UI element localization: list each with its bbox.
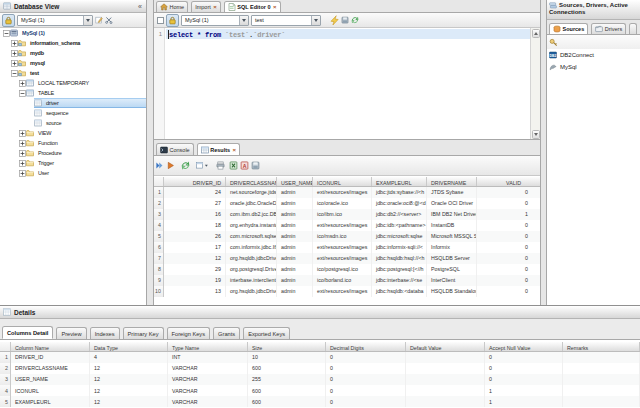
tree-item-driver[interactable]: driver	[0, 98, 146, 108]
tree-item-trigger[interactable]: Trigger	[0, 158, 146, 168]
tab-console[interactable]: Console	[156, 143, 194, 155]
column-header-user-name[interactable]: USER_NAME	[277, 177, 313, 186]
expand-icon[interactable]	[19, 140, 26, 147]
column-header-exampleurl[interactable]: EXAMPLEURL	[372, 177, 427, 186]
connection-select[interactable]: MySql (1)	[17, 15, 93, 26]
column-header-drivername[interactable]: DRIVERNAME	[427, 177, 477, 186]
tree-item-table[interactable]: TABLE	[0, 88, 146, 98]
print-icon[interactable]	[216, 161, 225, 170]
prev-page-icon[interactable]	[155, 161, 164, 170]
expand-icon[interactable]	[11, 60, 18, 67]
scroll-up-button[interactable]	[532, 29, 540, 38]
column-header-remarks[interactable]: Remarks	[563, 342, 640, 351]
table-row[interactable]: 526com.microsoft.sqlservadminico/msdn.ic…	[154, 231, 540, 242]
table-row[interactable]: 2DRIVERCLASSNAME12VARCHAR60000	[0, 363, 640, 374]
results-grid[interactable]: DRIVER_IDDRIVERCLASSNAMEUSER_NAMEICONURL…	[154, 177, 540, 306]
editor-scrollbar[interactable]	[530, 28, 540, 139]
run-icon[interactable]	[166, 161, 175, 170]
collapse-icon[interactable]	[19, 90, 26, 97]
column-header-type-name[interactable]: Type Name	[168, 342, 248, 351]
tab-drivers[interactable]: Drivers	[591, 23, 626, 34]
connection-select-arrow[interactable]	[83, 16, 92, 25]
export-menu-icon[interactable]	[196, 161, 208, 170]
column-header-accept-null-value[interactable]: Accept Null Value	[485, 342, 563, 351]
column-header-column-name[interactable]: Column Name	[11, 342, 90, 351]
schema-select-arrow[interactable]	[311, 16, 320, 25]
column-header-iconurl[interactable]: ICONURL	[313, 177, 372, 186]
scroll-down-button[interactable]	[532, 130, 540, 139]
table-row[interactable]: 227oracle.jdbc.OracleDriveradminico/orac…	[154, 198, 540, 209]
close-tab-icon[interactable]: ×	[213, 5, 217, 9]
tree-item-function[interactable]: Function	[0, 138, 146, 148]
save-icon[interactable]	[251, 161, 260, 170]
tab-preview[interactable]: Preview	[56, 327, 86, 339]
expand-icon[interactable]	[11, 40, 18, 47]
pdf-icon[interactable]: A	[240, 161, 249, 170]
tab-exported-keys[interactable]: Exported Keys	[243, 327, 290, 339]
tab-indexes[interactable]: Indexes	[90, 327, 120, 339]
expand-icon[interactable]	[11, 50, 18, 57]
expand-icon[interactable]	[19, 160, 26, 167]
column-header-data-type[interactable]: Data Type	[90, 342, 168, 351]
table-row[interactable]: 316com.ibm.db2.jcc.DB2Dradminico/ibm.ico…	[154, 209, 540, 220]
table-row[interactable]: 418org.enhydra.instantdbadminext/resourc…	[154, 220, 540, 231]
table-row[interactable]: 712org.hsqldb.jdbcDriveradminext/resourc…	[154, 253, 540, 264]
column-header-valid[interactable]: VALID	[477, 177, 540, 186]
connect-lock-button[interactable]	[2, 14, 15, 27]
tab-results[interactable]: Results×	[197, 143, 240, 156]
table-row[interactable]: 919interbase.interclientadminico/borland…	[154, 275, 540, 286]
schema-select[interactable]: test	[251, 15, 321, 26]
table-row[interactable]: 5EXAMPLEURL12VARCHAR60001	[0, 396, 640, 407]
tree-item-information-schema[interactable]: information_schema	[0, 38, 146, 48]
tab-home[interactable]: Home	[156, 1, 188, 12]
column-header-driverclassname[interactable]: DRIVERCLASSNAME	[226, 177, 277, 186]
tab-primary-key[interactable]: Primary Key	[123, 327, 164, 339]
expand-icon[interactable]	[19, 170, 26, 177]
collapse-icon[interactable]	[3, 30, 10, 37]
editor-lock-button[interactable]	[166, 14, 179, 27]
tree-item-mysql-1-[interactable]: MySql (1)	[0, 28, 146, 38]
collapse-icon[interactable]	[11, 70, 18, 77]
table-row[interactable]: 617com.informix.jdbc.IfxDadminext/resour…	[154, 242, 540, 253]
table-row[interactable]: 1013org.hsqldb.jdbcDriveradminext/resour…	[154, 286, 540, 297]
execute-lightning-button[interactable]	[329, 15, 339, 25]
tab-grants[interactable]: Grants	[213, 327, 240, 339]
table-row[interactable]: 3USER_NAME12VARCHAR25500	[0, 374, 640, 385]
key-icon[interactable]	[549, 38, 558, 47]
table-row[interactable]: 4ICONURL12VARCHAR60001	[0, 385, 640, 396]
tab-[interactable]	[629, 23, 637, 34]
tree-item-user[interactable]: User	[0, 168, 146, 178]
limit-checkbox[interactable]	[157, 17, 164, 24]
refresh-button[interactable]	[351, 16, 359, 24]
tree-item-test[interactable]: test	[0, 68, 146, 78]
editor-connection-select[interactable]: MySql (1)	[181, 15, 249, 26]
expand-icon[interactable]	[19, 80, 26, 87]
column-header-driver-id[interactable]: DRIVER_ID	[164, 177, 226, 186]
expand-icon[interactable]	[19, 150, 26, 157]
table-row[interactable]: 829org.postgresql.Driveradminico/postgre…	[154, 264, 540, 275]
excel-icon[interactable]	[229, 161, 238, 170]
close-tab-icon[interactable]: ×	[233, 148, 237, 152]
details-grid[interactable]: Column NameData TypeType NameSizeDecimal…	[0, 342, 640, 408]
tree-item-sequence[interactable]: sequence	[0, 108, 146, 118]
tree-item-local-temporary[interactable]: LOCAL TEMPORARY	[0, 78, 146, 88]
column-header-default-value[interactable]: Default Value	[406, 342, 485, 351]
close-tab-icon[interactable]: ×	[273, 5, 277, 9]
column-header-decimal-digits[interactable]: Decimal Digits	[326, 342, 406, 351]
table-row[interactable]: 124net.sourceforge.jtds.jdbcadminext/res…	[154, 187, 540, 198]
refresh-icon[interactable]	[181, 161, 190, 170]
source-item-db2connect[interactable]: DB2DB2Connect	[547, 49, 640, 61]
tab-import[interactable]: Import×	[191, 1, 221, 12]
sql-code-editor[interactable]: 1 select * from `test`.`driver`	[154, 28, 540, 139]
edit-connection-button[interactable]	[95, 16, 103, 24]
save-script-button[interactable]	[341, 16, 349, 24]
column-header-size[interactable]: Size	[248, 342, 326, 351]
tab-columns-detail[interactable]: Columns Detail	[2, 326, 53, 339]
source-item-mysql[interactable]: MySql	[547, 61, 640, 73]
tree-item-mydb[interactable]: mydb	[0, 48, 146, 58]
tree-item-source[interactable]: source	[0, 118, 146, 128]
tree-item-mysql[interactable]: mysql	[0, 58, 146, 68]
tree-item-procedure[interactable]: Procedure	[0, 148, 146, 158]
tab-foreign-keys[interactable]: Foreign Keys	[167, 327, 211, 339]
disconnect-button[interactable]	[105, 16, 113, 24]
